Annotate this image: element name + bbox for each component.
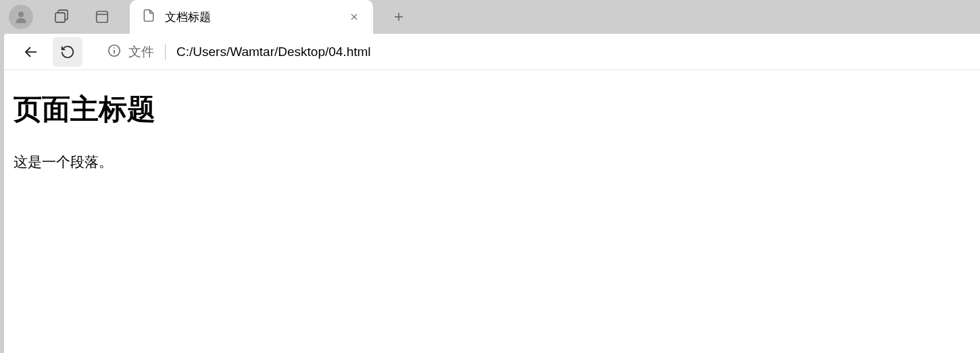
close-icon bbox=[349, 12, 359, 22]
workspaces-icon bbox=[53, 9, 70, 25]
info-icon[interactable] bbox=[107, 43, 122, 61]
new-tab-button[interactable] bbox=[385, 3, 412, 30]
profile-button[interactable] bbox=[8, 4, 34, 30]
tab-title: 文档标题 bbox=[165, 9, 345, 25]
arrow-left-icon bbox=[23, 44, 39, 60]
address-separator bbox=[165, 44, 166, 60]
page-heading: 页面主标题 bbox=[14, 90, 971, 128]
refresh-button[interactable] bbox=[53, 37, 82, 67]
back-button[interactable] bbox=[16, 37, 46, 67]
svg-rect-1 bbox=[55, 13, 65, 22]
page-content: 页面主标题 这是一个段落。 bbox=[4, 70, 980, 353]
address-url: C:/Users/Wamtar/Desktop/04.html bbox=[176, 45, 371, 59]
svg-rect-2 bbox=[97, 11, 108, 23]
address-scheme-label: 文件 bbox=[128, 43, 154, 61]
svg-point-11 bbox=[114, 47, 115, 48]
svg-point-0 bbox=[18, 11, 24, 17]
workspaces-button[interactable] bbox=[49, 4, 74, 30]
tab-actions-button[interactable] bbox=[89, 4, 115, 30]
file-icon bbox=[142, 8, 155, 26]
tab-close-button[interactable] bbox=[345, 7, 364, 26]
profile-icon bbox=[9, 5, 33, 29]
browser-titlebar: 文档标题 bbox=[0, 0, 980, 34]
plus-icon bbox=[393, 11, 405, 23]
refresh-icon bbox=[60, 45, 75, 59]
address-bar[interactable]: 文件 C:/Users/Wamtar/Desktop/04.html bbox=[99, 37, 980, 67]
tab-actions-icon bbox=[95, 9, 109, 24]
browser-tab[interactable]: 文档标题 bbox=[130, 0, 373, 34]
page-paragraph: 这是一个段落。 bbox=[14, 153, 971, 171]
browser-toolbar: 文件 C:/Users/Wamtar/Desktop/04.html bbox=[4, 34, 980, 70]
